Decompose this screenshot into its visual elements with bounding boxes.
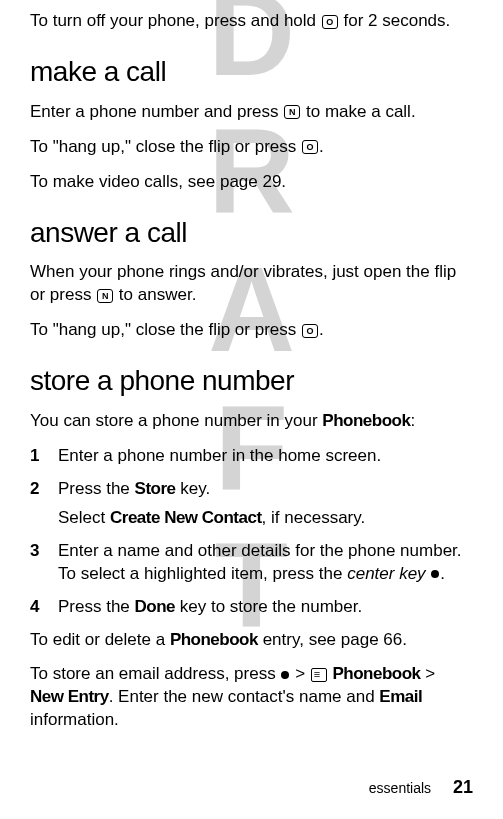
text: To "hang up," close the flip or press xyxy=(30,137,301,156)
send-key-icon: N xyxy=(97,289,113,303)
step-subtext: Select Create New Contact, if necessary. xyxy=(58,507,473,530)
step-text: Enter a phone number in the home screen. xyxy=(58,445,473,468)
store-intro: You can store a phone number in your Pho… xyxy=(30,410,473,433)
page-content: To turn off your phone, press and hold O… xyxy=(30,10,473,732)
text: When your phone rings and/or vibrates, j… xyxy=(30,262,456,304)
text: . xyxy=(319,137,324,156)
text: To store an email address, press xyxy=(30,664,280,683)
text: To turn off your phone, press and hold xyxy=(30,11,321,30)
create-contact-label: Create New Contact xyxy=(110,508,262,527)
text: to make a call. xyxy=(301,102,415,121)
text: entry, see page 66. xyxy=(258,630,407,649)
make-call-p1: Enter a phone number and press N to make… xyxy=(30,101,473,124)
phonebook-icon xyxy=(311,668,327,682)
phonebook-label: Phonebook xyxy=(170,630,258,649)
email-label: Email xyxy=(379,687,422,706)
text: information. xyxy=(30,710,119,729)
list-item: 1 Enter a phone number in the home scree… xyxy=(30,445,473,468)
text: key to store the number. xyxy=(175,597,362,616)
power-key-icon: O xyxy=(322,15,338,29)
text: > xyxy=(421,664,436,683)
text: for 2 seconds. xyxy=(339,11,451,30)
heading-make-call: make a call xyxy=(30,53,473,91)
center-key-icon xyxy=(281,671,289,679)
text: . xyxy=(319,320,324,339)
text: , if necessary. xyxy=(262,508,366,527)
text: You can store a phone number in your xyxy=(30,411,322,430)
step-number: 2 xyxy=(30,478,58,530)
phonebook-label: Phonebook xyxy=(322,411,410,430)
step-text: Enter a name and other details for the p… xyxy=(58,540,473,586)
step-number: 3 xyxy=(30,540,58,586)
done-key-label: Done xyxy=(135,597,176,616)
heading-store-number: store a phone number xyxy=(30,362,473,400)
step-text: Press the Done key to store the number. xyxy=(58,596,473,619)
power-off-instruction: To turn off your phone, press and hold O… xyxy=(30,10,473,33)
make-call-p3: To make video calls, see page 29. xyxy=(30,171,473,194)
phonebook-label: Phonebook xyxy=(333,664,421,683)
new-entry-label: New Entry xyxy=(30,687,109,706)
answer-call-p2: To "hang up," close the flip or press O. xyxy=(30,319,473,342)
heading-answer-call: answer a call xyxy=(30,214,473,252)
center-key-label: center key xyxy=(347,564,425,583)
step-number: 4 xyxy=(30,596,58,619)
store-out1: To edit or delete a Phonebook entry, see… xyxy=(30,629,473,652)
list-item: 2 Press the Store key. Select Create New… xyxy=(30,478,473,530)
step-text: Press the Store key. Select Create New C… xyxy=(58,478,473,530)
end-key-icon: O xyxy=(302,324,318,338)
text: Press the xyxy=(58,597,135,616)
steps-list: 1 Enter a phone number in the home scree… xyxy=(30,445,473,619)
text: to answer. xyxy=(114,285,196,304)
footer-label: essentials xyxy=(369,780,431,796)
text: > xyxy=(290,664,309,683)
text: key. xyxy=(176,479,211,498)
page-footer: essentials 21 xyxy=(369,775,473,799)
answer-call-p1: When your phone rings and/or vibrates, j… xyxy=(30,261,473,307)
text: Press the xyxy=(58,479,135,498)
make-call-p2: To "hang up," close the flip or press O. xyxy=(30,136,473,159)
text: . Enter the new contact's name and xyxy=(109,687,380,706)
step-number: 1 xyxy=(30,445,58,468)
page-number: 21 xyxy=(453,777,473,797)
text: Select xyxy=(58,508,110,527)
center-key-icon xyxy=(431,570,439,578)
text: . xyxy=(440,564,445,583)
list-item: 4 Press the Done key to store the number… xyxy=(30,596,473,619)
list-item: 3 Enter a name and other details for the… xyxy=(30,540,473,586)
text: To "hang up," close the flip or press xyxy=(30,320,301,339)
end-key-icon: O xyxy=(302,140,318,154)
store-key-label: Store xyxy=(135,479,176,498)
send-key-icon: N xyxy=(284,105,300,119)
text: : xyxy=(410,411,415,430)
text xyxy=(426,564,431,583)
text: Enter a phone number and press xyxy=(30,102,283,121)
text: To edit or delete a xyxy=(30,630,170,649)
store-out2: To store an email address, press > Phone… xyxy=(30,663,473,732)
